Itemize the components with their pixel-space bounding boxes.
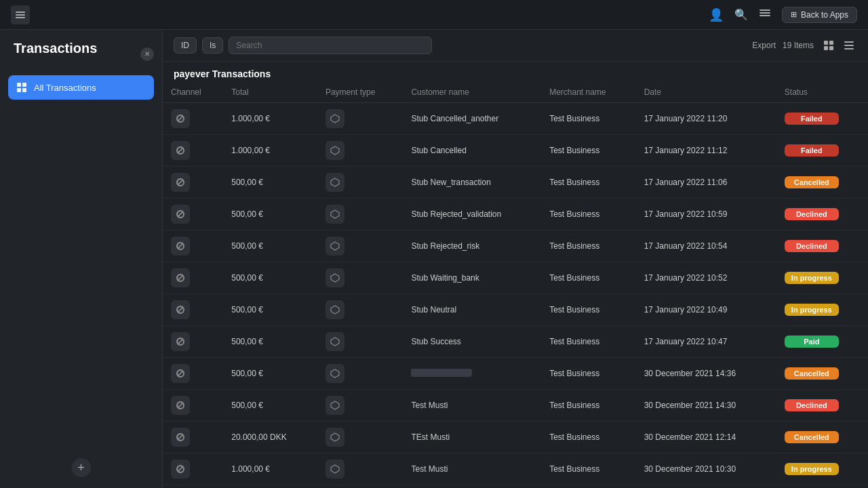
col-total: Total <box>223 82 317 103</box>
cell-channel <box>163 262 223 294</box>
back-to-apps-button[interactable]: ⊞ Back to Apps <box>782 7 857 23</box>
svg-rect-7 <box>22 83 26 87</box>
search-icon[interactable]: 🔍 <box>734 8 748 21</box>
svg-rect-1 <box>16 14 25 16</box>
filter-id-tag[interactable]: ID <box>174 37 197 54</box>
status-badge: Failed <box>785 113 839 125</box>
table-row[interactable]: 500,00 €Stub Rejected_validationTest Bus… <box>163 199 868 230</box>
user-icon[interactable]: 👤 <box>709 7 724 22</box>
cell-channel <box>163 485 223 489</box>
table-row[interactable]: 500,00 €Test MustiTest Business30 Decemb… <box>163 390 868 422</box>
cell-customer-name: Stub New_transaction <box>403 167 541 199</box>
cell-status: Cancelled <box>776 167 868 199</box>
svg-marker-27 <box>331 433 339 441</box>
payment-type-icon <box>326 109 344 128</box>
list-view-button[interactable] <box>841 37 857 54</box>
channel-icon <box>171 141 190 160</box>
col-channel: Channel <box>163 82 223 103</box>
payment-type-icon <box>326 205 344 224</box>
nav-right: 👤 🔍 ⊞ Back to Apps <box>709 7 857 23</box>
cell-customer-name: Stub Waiting_bank <box>403 262 541 294</box>
status-badge: Declined <box>785 240 839 252</box>
payment-type-icon <box>326 364 344 383</box>
cell-payment-type <box>317 230 403 262</box>
cell-date: 30 December 2021 10:05 <box>636 485 776 489</box>
cell-customer-name: Stub Neutral <box>403 294 541 326</box>
svg-rect-11 <box>829 41 833 45</box>
channel-icon <box>171 332 190 351</box>
cell-status: In progress <box>776 294 868 326</box>
add-button[interactable]: + <box>72 458 91 477</box>
svg-rect-8 <box>17 88 21 92</box>
table-row[interactable]: 1.000,00 €Stub CancelledTest Business17 … <box>163 135 868 167</box>
cell-total: 20.000,00 DKK <box>223 422 317 453</box>
table-row[interactable]: 1.000,00 €Test MustiTest Business30 Dece… <box>163 485 868 489</box>
payment-type-icon <box>326 428 344 447</box>
cell-merchant-name: Test Business <box>541 422 636 453</box>
cell-merchant-name: Test Business <box>541 390 636 422</box>
cell-payment-type <box>317 294 403 326</box>
cell-total: 1.000,00 € <box>223 453 317 485</box>
svg-rect-2 <box>16 17 25 18</box>
status-badge: In progress <box>785 272 839 284</box>
svg-marker-18 <box>331 146 339 155</box>
cell-merchant-name: Test Business <box>541 199 636 230</box>
cell-total: 500,00 € <box>223 326 317 358</box>
table-row[interactable]: 500,00 €Stub Rejected_riskTest Business1… <box>163 230 868 262</box>
table-row[interactable]: 1.000,00 €Test MustiTest Business30 Dece… <box>163 453 868 485</box>
top-nav: 👤 🔍 ⊞ Back to Apps <box>0 0 868 30</box>
sidebar-header: Transactions ✕ <box>8 41 154 67</box>
status-badge: Cancelled <box>785 367 839 380</box>
svg-rect-16 <box>844 48 854 49</box>
search-input[interactable] <box>229 37 432 54</box>
app-menu-icon[interactable] <box>11 5 30 24</box>
sidebar-item-all-transactions[interactable]: All Transactions <box>8 75 154 100</box>
cell-status: Failed <box>776 103 868 135</box>
table-row[interactable]: 500,00 €Stub NeutralTest Business17 Janu… <box>163 294 868 326</box>
cell-merchant-name: Test Business <box>541 485 636 489</box>
channel-icon <box>171 396 190 415</box>
cell-status: Paid <box>776 326 868 358</box>
cell-status: In progress <box>776 262 868 294</box>
sidebar-item-label: All Transactions <box>34 83 96 93</box>
cell-payment-type <box>317 453 403 485</box>
payment-type-icon <box>326 396 344 415</box>
channel-icon <box>171 205 190 224</box>
cell-date: 30 December 2021 10:30 <box>636 453 776 485</box>
status-badge: Cancelled <box>785 176 839 188</box>
filter-bar: ID Is Export 19 Items <box>163 30 868 62</box>
status-badge: In progress <box>785 463 839 475</box>
export-button[interactable]: Export <box>752 41 776 50</box>
channel-icon <box>171 300 190 319</box>
table-row[interactable]: 500,00 €Stub New_transactionTest Busines… <box>163 167 868 199</box>
cell-merchant-name: Test Business <box>541 230 636 262</box>
cell-total: 1.000,00 € <box>223 485 317 489</box>
cell-total: 500,00 € <box>223 199 317 230</box>
payment-type-icon <box>326 237 344 256</box>
table-row[interactable]: 20.000,00 DKKTEst MustiTest Business30 D… <box>163 422 868 453</box>
payment-type-icon <box>326 141 344 160</box>
svg-marker-26 <box>331 401 339 409</box>
channel-icon <box>171 237 190 256</box>
cell-channel <box>163 230 223 262</box>
table-row[interactable]: 1.000,00 €Stub Cancelled_anotherTest Bus… <box>163 103 868 135</box>
filter-is-tag[interactable]: Is <box>202 37 223 54</box>
grid-view-button[interactable] <box>821 37 837 54</box>
status-badge: Declined <box>785 399 839 411</box>
cell-merchant-name: Test Business <box>541 326 636 358</box>
table-row[interactable]: 500,00 €Stub Waiting_bankTest Business17… <box>163 262 868 294</box>
table-row[interactable]: 500,00 €Stub SuccessTest Business17 Janu… <box>163 326 868 358</box>
cell-channel <box>163 358 223 390</box>
col-payment-type: Payment type <box>317 82 403 103</box>
menu-icon[interactable] <box>759 7 771 22</box>
svg-rect-14 <box>844 41 854 43</box>
svg-rect-4 <box>760 12 770 14</box>
table-row[interactable]: 500,00 €Test Business30 December 2021 14… <box>163 358 868 390</box>
sidebar-title: Transactions <box>8 41 102 56</box>
cell-date: 17 January 2022 10:52 <box>636 262 776 294</box>
sidebar-close-button[interactable]: ✕ <box>140 47 154 61</box>
sidebar: Transactions ✕ All Transactions + <box>0 30 163 488</box>
cell-payment-type <box>317 262 403 294</box>
col-date: Date <box>636 82 776 103</box>
cell-total: 500,00 € <box>223 294 317 326</box>
